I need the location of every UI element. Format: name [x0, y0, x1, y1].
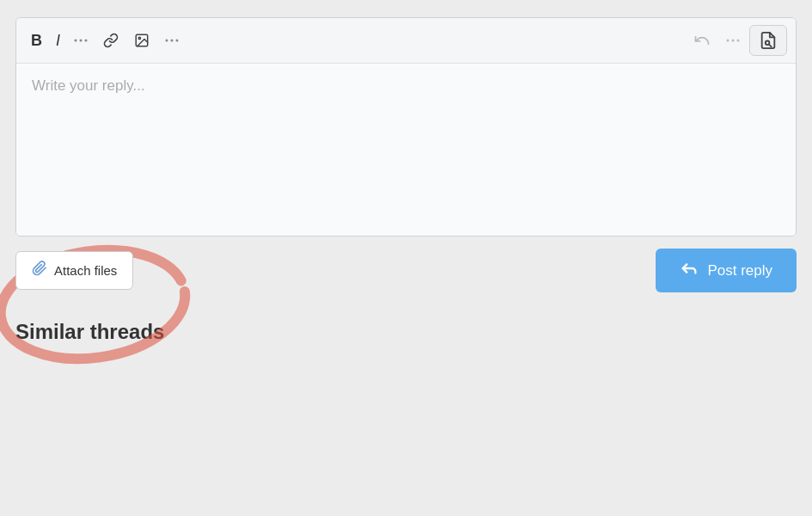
bold-button[interactable]: B [25, 28, 48, 52]
attach-wrapper: Attach files [15, 251, 133, 290]
svg-line-12 [769, 45, 772, 47]
editor-placeholder: Write your reply... [32, 77, 145, 94]
circle-annotation [0, 227, 196, 365]
page-wrapper: B I [0, 0, 812, 516]
undo-button[interactable] [687, 28, 717, 53]
link-button[interactable] [97, 28, 125, 52]
attach-files-label: Attach files [54, 263, 117, 278]
svg-point-10 [737, 40, 740, 42]
svg-point-9 [732, 40, 735, 42]
svg-point-0 [75, 40, 77, 42]
reply-icon [680, 259, 699, 282]
italic-button[interactable]: I [50, 28, 66, 52]
svg-point-8 [727, 40, 730, 42]
svg-point-5 [166, 40, 168, 42]
similar-threads-heading: Similar threads [0, 304, 812, 344]
svg-point-2 [85, 40, 88, 42]
paperclip-icon [32, 261, 47, 280]
more-right-button[interactable] [720, 29, 746, 52]
toolbar-group-format: B I [25, 28, 94, 52]
svg-point-7 [176, 40, 179, 42]
bottom-bar: Attach files Post reply [0, 236, 812, 304]
svg-point-4 [138, 37, 140, 39]
attach-files-button[interactable]: Attach files [15, 251, 133, 290]
preview-button[interactable] [749, 25, 787, 56]
more-toolbar-button[interactable] [159, 29, 185, 52]
more-format-button[interactable] [68, 29, 94, 52]
image-button[interactable] [128, 28, 156, 52]
svg-point-1 [80, 40, 82, 42]
toolbar: B I [16, 18, 796, 64]
post-reply-button[interactable]: Post reply [656, 249, 797, 292]
editor-container: B I [15, 17, 797, 236]
svg-point-6 [171, 40, 174, 42]
post-reply-label: Post reply [707, 262, 772, 280]
editor-body[interactable]: Write your reply... [16, 64, 796, 236]
